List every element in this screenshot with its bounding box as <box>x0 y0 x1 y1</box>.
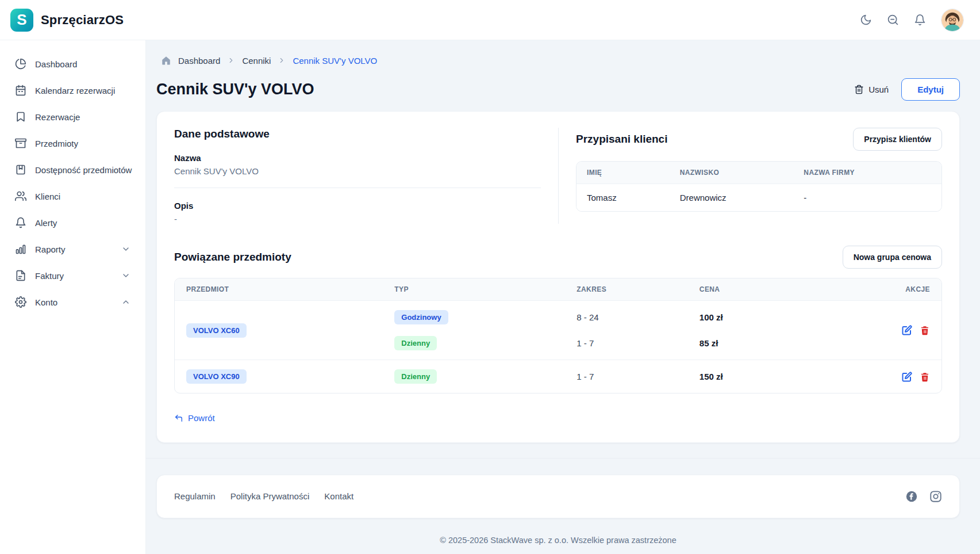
column-header-actions: AKCJE <box>822 285 930 293</box>
sidebar-item-kalendarz-rezerwacji[interactable]: Kalendarz rezerwacji <box>8 78 137 102</box>
app-logo-letter: S <box>17 11 26 29</box>
footer-link-polityka[interactable]: Polityka Prywatności <box>230 491 310 501</box>
sidebar-item-faktury[interactable]: Faktury <box>8 263 137 288</box>
name-field-value: Cennik SUV'y VOLVO <box>174 166 541 176</box>
new-price-group-button[interactable]: Nowa grupa cenowa <box>843 246 942 269</box>
edit-button[interactable]: Edytuj <box>901 78 960 101</box>
content-footer-divider <box>146 458 980 459</box>
breadcrumb-current[interactable]: Cennik SUV'y VOLVO <box>293 56 377 66</box>
client-company: - <box>804 193 931 203</box>
archive-box-icon <box>15 137 26 149</box>
page-title: Cennik SUV'y VOLVO <box>156 81 314 98</box>
delete-row-icon[interactable] <box>920 372 930 382</box>
delete-button-label: Usuń <box>868 85 889 94</box>
sidebar-item-label: Rezerwacje <box>35 112 80 122</box>
client-last-name: Drewnowicz <box>680 193 804 203</box>
price-value: 150 zł <box>700 372 723 381</box>
assign-clients-button[interactable]: Przypisz klientów <box>853 128 942 151</box>
sidebar-item-label: Klienci <box>35 192 60 201</box>
chevron-down-icon <box>121 244 130 254</box>
table-row[interactable]: Tomasz Drewnowicz - <box>577 184 941 211</box>
back-link-label: Powrót <box>188 413 215 423</box>
column-header-item: PRZEDMIOT <box>186 285 394 293</box>
users-icon <box>15 190 26 202</box>
range-value: 1 - 7 <box>577 372 594 381</box>
dark-mode-moon-icon[interactable] <box>860 14 872 26</box>
top-header: S SprzęciarzOS <box>0 0 980 40</box>
price-value: 100 zł <box>700 312 723 322</box>
edit-row-icon[interactable] <box>902 372 912 382</box>
range-value: 8 - 24 <box>577 312 598 322</box>
sidebar-item-label: Faktury <box>35 271 64 281</box>
chevron-right-icon <box>227 56 235 64</box>
footer-link-regulamin[interactable]: Regulamin <box>174 491 216 501</box>
range-value: 1 - 7 <box>577 338 594 348</box>
sidebar-item-raporty[interactable]: Raporty <box>8 237 137 261</box>
column-header-first-name: IMIĘ <box>587 169 680 177</box>
assigned-clients-title: Przypisani klienci <box>576 133 667 146</box>
pricing-detail-card: Dane podstawowe Nazwa Cennik SUV'y VOLVO… <box>156 111 960 443</box>
column-header-range: ZAKRES <box>577 285 700 293</box>
column-header-last-name: NAZWISKO <box>680 169 804 177</box>
notifications-bell-icon[interactable] <box>914 14 926 26</box>
description-field-label: Opis <box>174 201 541 211</box>
delete-button[interactable]: Usuń <box>854 85 889 94</box>
type-badge: Dzienny <box>394 369 437 384</box>
facebook-icon[interactable] <box>905 490 918 503</box>
corner-up-left-icon <box>174 414 183 423</box>
sidebar-item-dashboard[interactable]: Dashboard <box>8 52 137 76</box>
basic-info-title: Dane podstawowe <box>174 128 541 140</box>
price-value: 85 zł <box>700 338 718 348</box>
item-cell: VOLVO XC60 <box>186 323 394 338</box>
items-table-header: PRZEDMIOT TYP ZAKRES CENA AKCJE <box>175 278 941 301</box>
chevron-right-icon <box>278 56 286 64</box>
type-badge: Dzienny <box>394 336 437 350</box>
sidebar-item-label: Dostępność przedmiotów <box>35 165 132 175</box>
name-field-label: Nazwa <box>174 153 541 163</box>
home-icon[interactable] <box>161 55 171 66</box>
book-icon <box>15 164 26 175</box>
footer-link-kontakt[interactable]: Kontakt <box>324 491 353 501</box>
assigned-clients-section: Przypisani klienci Przypisz klientów IMI… <box>558 128 942 224</box>
sidebar-item-przedmioty[interactable]: Przedmioty <box>8 131 137 155</box>
sidebar-item-label: Kalendarz rezerwacji <box>35 86 115 95</box>
main-content: Dashboard Cenniki Cennik SUV'y VOLVO Cen… <box>146 40 980 554</box>
delete-row-icon[interactable] <box>920 325 930 335</box>
chevron-down-icon <box>121 271 130 280</box>
sidebar-item-alerty[interactable]: Alerty <box>8 211 137 235</box>
description-field-value: - <box>174 214 541 224</box>
client-first-name: Tomasz <box>587 193 680 203</box>
back-link[interactable]: Powrót <box>174 413 215 423</box>
column-header-price: CENA <box>700 285 823 293</box>
breadcrumb: Dashboard Cenniki Cennik SUV'y VOLVO <box>161 55 960 66</box>
column-header-type: TYP <box>394 285 577 293</box>
sidebar-item-label: Konto <box>35 297 57 307</box>
sidebar-item-rezerwacje[interactable]: Rezerwacje <box>8 105 137 129</box>
basic-info-section: Dane podstawowe Nazwa Cennik SUV'y VOLVO… <box>174 128 558 224</box>
column-header-company: NAZWA FIRMY <box>804 169 931 177</box>
breadcrumb-dashboard[interactable]: Dashboard <box>178 56 220 66</box>
app-brand[interactable]: S SprzęciarzOS <box>10 9 124 32</box>
field-divider <box>174 188 541 188</box>
sidebar-item-klienci[interactable]: Klienci <box>8 184 137 208</box>
sidebar-item-konto[interactable]: Konto <box>8 290 137 314</box>
bell-icon <box>15 217 26 228</box>
file-text-icon <box>15 270 26 281</box>
item-badge[interactable]: VOLVO XC90 <box>186 369 247 384</box>
user-avatar[interactable] <box>941 9 964 32</box>
zoom-out-icon[interactable] <box>887 14 899 26</box>
item-badge[interactable]: VOLVO XC60 <box>186 323 247 338</box>
topbar-actions <box>860 9 964 32</box>
footer: Regulamin Polityka Prywatności Kontakt <box>156 475 960 518</box>
breadcrumb-cenniki[interactable]: Cenniki <box>242 56 271 66</box>
bookmark-icon <box>15 111 26 123</box>
clients-table-header: IMIĘ NAZWISKO NAZWA FIRMY <box>577 162 941 184</box>
table-row: VOLVO XC90 Dzienny 1 - 7 150 zł <box>175 360 941 393</box>
gear-icon <box>15 296 26 308</box>
sidebar-item-label: Alerty <box>35 218 57 228</box>
instagram-icon[interactable] <box>929 490 942 503</box>
linked-items-table: PRZEDMIOT TYP ZAKRES CENA AKCJE VOLVO XC… <box>174 278 942 393</box>
edit-row-icon[interactable] <box>902 325 912 335</box>
sidebar-item-dostepnosc-przedmiotow[interactable]: Dostępność przedmiotów <box>8 158 137 182</box>
pie-chart-icon <box>15 58 26 70</box>
